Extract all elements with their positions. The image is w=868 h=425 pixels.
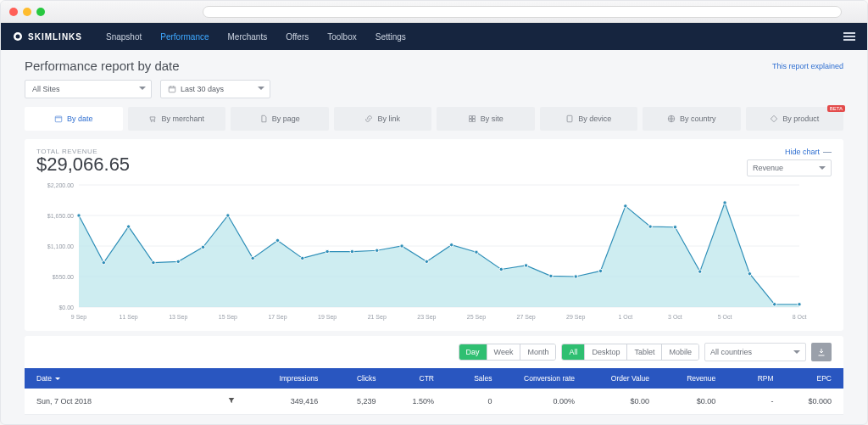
svg-rect-7 <box>472 116 475 119</box>
site-select[interactable]: All Sites <box>25 80 152 98</box>
tab-by-date[interactable]: By date <box>25 107 123 131</box>
svg-text:$2,200.00: $2,200.00 <box>47 182 74 188</box>
device-tablet[interactable]: Tablet <box>626 344 661 360</box>
tab-by-page[interactable]: By page <box>231 107 329 131</box>
country-value: All countries <box>710 348 752 356</box>
cell-conversion: 0.00% <box>492 397 575 405</box>
tab-by-product[interactable]: By product BETA <box>746 107 844 131</box>
window-max-dot[interactable] <box>36 8 45 16</box>
col-ctr[interactable]: CTR <box>376 374 434 383</box>
total-revenue-value: $29,066.65 <box>36 154 130 176</box>
svg-point-5 <box>154 120 155 121</box>
svg-text:27 Sep: 27 Sep <box>516 314 535 321</box>
cart-icon <box>148 115 157 123</box>
col-clicks[interactable]: Clicks <box>318 374 376 383</box>
nav-toolbox[interactable]: Toolbox <box>327 32 356 42</box>
col-sales[interactable]: Sales <box>434 374 492 383</box>
granularity-day[interactable]: Day <box>459 344 487 360</box>
svg-point-27 <box>201 245 204 249</box>
granularity-week[interactable]: Week <box>487 344 520 360</box>
svg-rect-9 <box>472 119 475 121</box>
svg-point-47 <box>698 270 702 273</box>
page-title: Performance report by date <box>25 59 180 73</box>
hide-chart-toggle[interactable]: Hide chart <box>785 148 832 156</box>
nav-offers[interactable]: Offers <box>286 32 309 42</box>
tab-by-site[interactable]: By site <box>437 107 535 131</box>
tab-by-device[interactable]: By device <box>540 107 638 131</box>
cell-sales: 0 <box>434 397 492 405</box>
device-mobile[interactable]: Mobile <box>661 344 698 360</box>
nav-performance[interactable]: Performance <box>160 32 209 42</box>
download-button[interactable] <box>811 343 832 361</box>
col-revenue[interactable]: Revenue <box>649 374 715 383</box>
table-row: Sun, 7 Oct 2018 349,416 5,239 1.50% 0 0.… <box>25 389 843 415</box>
tab-label: By merchant <box>161 115 204 123</box>
svg-point-30 <box>275 238 279 242</box>
device-desktop[interactable]: Desktop <box>584 344 626 360</box>
table-controls: Day Week Month All Desktop Tablet Mobile… <box>25 336 843 368</box>
col-impressions[interactable]: Impressions <box>243 374 318 383</box>
svg-rect-10 <box>567 115 572 122</box>
svg-text:17 Sep: 17 Sep <box>268 314 287 321</box>
col-conversion[interactable]: Conversion rate <box>492 374 575 383</box>
svg-text:1 Oct: 1 Oct <box>618 314 632 320</box>
col-order-value[interactable]: Order Value <box>575 374 649 383</box>
tab-by-link[interactable]: By link <box>334 107 432 131</box>
svg-point-41 <box>549 274 553 277</box>
granularity-month[interactable]: Month <box>520 344 555 360</box>
calendar-icon <box>168 85 176 93</box>
window-close-dot[interactable] <box>9 8 18 16</box>
svg-point-28 <box>226 214 230 217</box>
site-select-value: All Sites <box>32 85 60 93</box>
col-date[interactable]: Date <box>36 374 219 383</box>
col-epc[interactable]: EPC <box>774 374 832 383</box>
tab-label: By page <box>272 115 300 123</box>
metric-select[interactable]: Revenue <box>747 159 832 176</box>
tab-by-merchant[interactable]: By merchant <box>128 107 226 131</box>
svg-text:25 Sep: 25 Sep <box>467 314 486 321</box>
window-titlebar <box>1 1 867 23</box>
svg-point-50 <box>772 303 776 306</box>
svg-point-29 <box>251 256 254 260</box>
chevron-down-icon <box>55 377 60 380</box>
svg-text:$550.00: $550.00 <box>53 274 74 280</box>
url-bar[interactable] <box>203 6 842 18</box>
svg-text:9 Sep: 9 Sep <box>71 314 86 321</box>
svg-point-33 <box>350 249 353 253</box>
svg-text:11 Sep: 11 Sep <box>120 314 138 321</box>
country-select[interactable]: All countries <box>704 343 806 361</box>
tab-label: By date <box>67 115 93 123</box>
svg-rect-2 <box>169 87 175 92</box>
svg-text:$0.00: $0.00 <box>58 305 74 310</box>
device-segment: All Desktop Tablet Mobile <box>561 344 699 361</box>
svg-point-46 <box>673 226 676 229</box>
nav-settings[interactable]: Settings <box>376 32 406 42</box>
menu-icon[interactable] <box>843 32 855 41</box>
download-icon <box>816 347 826 357</box>
nav-snapshot[interactable]: Snapshot <box>106 32 142 42</box>
beta-badge: BETA <box>827 105 845 112</box>
svg-point-25 <box>152 260 155 264</box>
svg-point-32 <box>326 249 329 253</box>
svg-text:3 Oct: 3 Oct <box>668 314 682 320</box>
tab-by-country[interactable]: By country <box>643 107 741 131</box>
svg-point-4 <box>152 120 153 121</box>
report-explained-link[interactable]: This report explained <box>772 62 843 70</box>
svg-rect-6 <box>469 116 471 119</box>
svg-point-22 <box>77 214 81 217</box>
device-all[interactable]: All <box>562 344 584 360</box>
svg-text:15 Sep: 15 Sep <box>219 314 237 321</box>
window-min-dot[interactable] <box>23 8 31 16</box>
tab-label: By device <box>578 115 611 123</box>
tab-label: By product <box>782 115 819 123</box>
svg-point-35 <box>400 244 403 248</box>
daterange-select[interactable]: Last 30 days <box>160 80 270 98</box>
svg-text:19 Sep: 19 Sep <box>318 314 337 321</box>
svg-point-42 <box>574 275 577 278</box>
brand-logo[interactable]: SKIMLINKS <box>13 31 82 42</box>
chevron-down-icon <box>258 87 264 90</box>
nav-merchants[interactable]: Merchants <box>228 32 268 42</box>
row-filter-icon[interactable] <box>219 396 243 406</box>
col-rpm[interactable]: RPM <box>715 374 773 383</box>
svg-rect-8 <box>469 119 471 121</box>
